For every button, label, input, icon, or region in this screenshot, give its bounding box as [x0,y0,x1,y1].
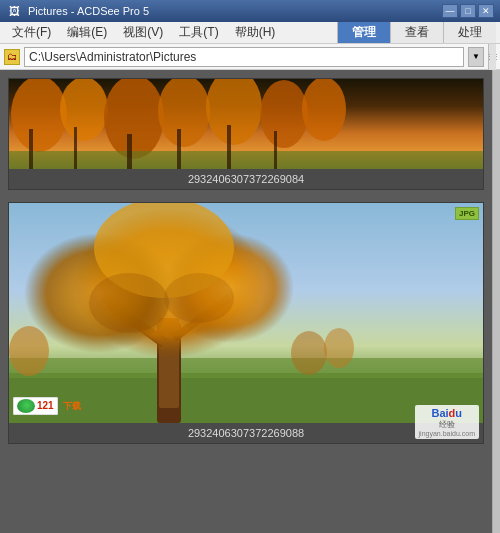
svg-point-29 [9,326,49,376]
tab-manage[interactable]: 管理 [337,22,390,43]
maximize-button[interactable]: □ [460,4,476,18]
baidu-url: jingyan.baidu.com [419,430,475,437]
svg-rect-17 [9,358,483,378]
image-label-2: 2932406307372269088 [9,423,483,443]
baidu-logo: Baidu [431,407,462,419]
svg-rect-11 [127,134,132,169]
menu-file[interactable]: 文件(F) [4,22,59,43]
app-icon: 🖼 [6,3,22,19]
title-bar: 🖼 Pictures - ACDSee Pro 5 — □ ✕ [0,0,500,22]
minimize-button[interactable]: — [442,4,458,18]
menu-tools[interactable]: 工具(T) [171,22,226,43]
address-bar: 🗂 ▼ ⋮⋮ [0,44,500,70]
tab-process[interactable]: 处理 [443,22,496,43]
window-controls: — □ ✕ [442,4,494,18]
svg-point-31 [324,328,354,368]
baidu-watermark: Baidu 经验 jingyan.baidu.com [415,405,479,439]
svg-rect-8 [9,151,483,169]
folder-icon: 🗂 [4,49,20,65]
menu-help[interactable]: 帮助(H) [227,22,284,43]
svg-rect-12 [177,129,181,169]
menu-bar: 文件(F) 编辑(E) 视图(V) 工具(T) 帮助(H) 管理 查看 处理 [0,22,500,44]
window-title: Pictures - ACDSee Pro 5 [28,5,436,17]
svg-point-1 [11,79,67,152]
svg-point-6 [260,80,308,148]
tab-view[interactable]: 查看 [390,22,443,43]
close-button[interactable]: ✕ [478,4,494,18]
main-content: 2932406307372269084 JPG [0,70,500,533]
menu-view[interactable]: 视图(V) [115,22,171,43]
menu-edit[interactable]: 编辑(E) [59,22,115,43]
image-thumb-1 [9,79,483,169]
svg-point-28 [164,273,234,323]
svg-rect-10 [74,127,77,169]
image-label-1: 2932406307372269084 [9,169,483,189]
svg-rect-14 [274,131,277,169]
right-panel [492,70,500,533]
svg-point-30 [291,331,327,375]
svg-point-2 [60,79,108,141]
baidu-jingyan-text: 经验 [419,419,475,430]
svg-point-27 [89,273,169,333]
image-card-1[interactable]: 2932406307372269084 [8,78,484,190]
image-card-2[interactable]: JPG [8,202,484,444]
image-thumb-2 [9,203,483,423]
address-dropdown-button[interactable]: ▼ [468,47,484,67]
svg-rect-9 [29,129,33,169]
address-side-panel: ⋮⋮ [488,44,496,70]
watermark-121: 121 下载 [13,397,81,415]
address-input[interactable] [24,47,464,67]
file-panel[interactable]: 2932406307372269084 JPG [0,70,492,533]
jpg-badge: JPG [455,207,479,220]
svg-rect-13 [227,125,231,169]
svg-point-7 [302,79,346,141]
